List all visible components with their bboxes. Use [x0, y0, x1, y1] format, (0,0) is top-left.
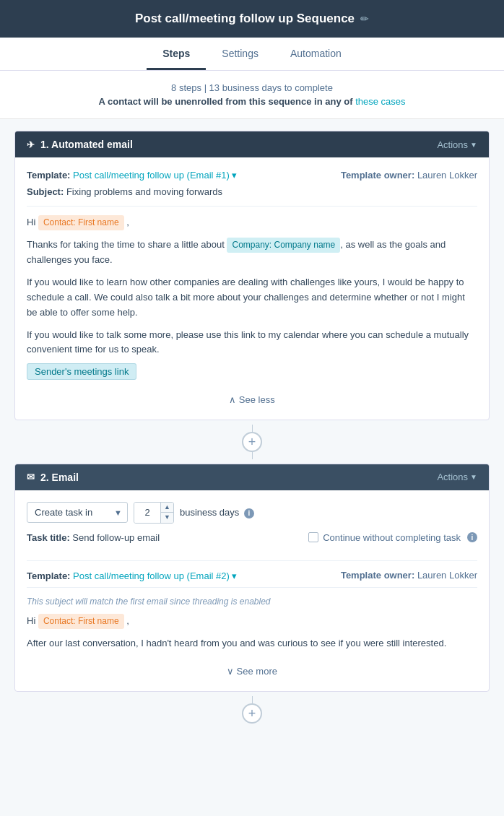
- step2-card: ✉ 2. Email Actions ▼ Create task in Send…: [14, 464, 490, 692]
- task-type-select[interactable]: Create task in Send email in Make a call…: [27, 502, 128, 523]
- step1-actions-caret: ▼: [470, 141, 477, 149]
- step2-template-bold: Template:: [27, 570, 70, 581]
- continue-without-info-icon[interactable]: i: [467, 532, 477, 542]
- step2-email-body: Hi Contact: First name , After our last …: [27, 614, 477, 651]
- step2-contact-token: Contact: First name: [38, 614, 124, 629]
- step1-body: Template: Post call/meeting follow up (E…: [15, 157, 489, 420]
- step2-template-link[interactable]: Post call/meeting follow up (Email #2) ▾: [73, 570, 237, 581]
- step1-subject-value: Fixing problems and moving forwards: [66, 186, 222, 197]
- email-icon: ✈: [27, 139, 35, 150]
- step2-actions-label: Actions: [437, 472, 468, 482]
- step1-template-bold: Template:: [27, 170, 70, 181]
- tab-steps[interactable]: Steps: [147, 38, 206, 70]
- step1-email-body: Hi Contact: First name , Thanks for taki…: [27, 215, 477, 380]
- plus-connector-1: +: [242, 420, 262, 464]
- tab-settings[interactable]: Settings: [206, 38, 274, 70]
- tabs-bar: Steps Settings Automation: [0, 38, 504, 71]
- info-bar: 8 steps | 13 business days to complete A…: [0, 71, 504, 119]
- step1-meetings-token-wrapper: Sender's meetings link: [27, 365, 477, 380]
- step1-body-p3: If you would like to talk some more, ple…: [27, 328, 477, 358]
- step1-template-link[interactable]: Post call/meeting follow up (Email #1) ▾: [73, 170, 237, 181]
- add-step-button-1[interactable]: +: [242, 432, 262, 452]
- step1-meetings-token: Sender's meetings link: [27, 363, 136, 380]
- step1-body-p1-before: Thanks for taking the time to share a li…: [27, 239, 227, 250]
- step1-template-row: Template: Post call/meeting follow up (E…: [27, 169, 477, 181]
- step2-email-icon: ✉: [27, 472, 35, 482]
- step1-hi-text: Hi: [27, 217, 35, 227]
- task-title-label: Task title:: [27, 532, 70, 543]
- task-select-wrapper: Create task in Send email in Make a call…: [27, 502, 128, 523]
- task-number-arrows: ▲ ▼: [160, 503, 173, 523]
- step2-greeting-line: Hi Contact: First name ,: [27, 614, 477, 629]
- step2-template-left: Template: Post call/meeting follow up (E…: [27, 570, 237, 581]
- step1-actions-label: Actions: [437, 139, 468, 150]
- task-number-up-button[interactable]: ▲: [161, 503, 173, 513]
- task-controls: Create task in Send email in Make a call…: [27, 502, 477, 524]
- step1-actions-button[interactable]: Actions ▼: [437, 139, 477, 150]
- task-number-input[interactable]: [134, 503, 160, 523]
- task-title-row: Task title: Send follow-up email Continu…: [27, 532, 477, 552]
- step2-label: 2. Email: [40, 472, 79, 483]
- step2-divider2: [27, 587, 477, 588]
- business-days-info-icon[interactable]: i: [244, 508, 254, 518]
- step1-header: ✈ 1. Automated email Actions ▼: [15, 131, 489, 157]
- step2-template-label: Template:: [27, 570, 73, 581]
- step2-template-row: Template: Post call/meeting follow up (E…: [27, 570, 477, 581]
- steps-count-label: 8 steps | 13 business days to complete: [171, 82, 333, 93]
- task-title-left: Task title: Send follow-up email: [27, 532, 160, 543]
- step1-greeting-line: Hi Contact: First name ,: [27, 215, 477, 230]
- step1-subject-row: Subject: Fixing problems and moving forw…: [27, 186, 477, 207]
- step2-template-owner: Template owner: Lauren Lokker: [341, 570, 477, 581]
- unenroll-info: A contact will be unenrolled from this s…: [14, 96, 490, 107]
- step1-body-p2: If you would like to learn how other com…: [27, 275, 477, 320]
- step2-threading-note: This subject will match the first email …: [27, 596, 477, 607]
- plus-connector-2: +: [242, 692, 262, 728]
- step2-body: Create task in Send email in Make a call…: [15, 490, 489, 691]
- step2-hi-text: Hi: [27, 615, 35, 626]
- step2-header-left: ✉ 2. Email: [27, 472, 79, 483]
- step1-template-left: Template: Post call/meeting follow up (E…: [27, 169, 237, 181]
- step2-body-p1: After our last conversation, I hadn't he…: [27, 636, 477, 651]
- page-title: Post call/meeting follow up Sequence: [135, 12, 355, 26]
- step1-header-left: ✈ 1. Automated email: [27, 139, 133, 150]
- step2-owner-label: Template owner:: [341, 570, 414, 581]
- unenroll-text-prefix: A contact will be unenrolled from this s…: [98, 96, 355, 107]
- step1-body-p1: Thanks for taking the time to share a li…: [27, 238, 477, 268]
- tab-automation[interactable]: Automation: [274, 38, 357, 70]
- these-cases-link[interactable]: these cases: [355, 96, 405, 107]
- step1-see-less[interactable]: ∧ See less: [27, 387, 477, 408]
- connector-line-top: [252, 425, 253, 432]
- task-title-right: Continue without completing task i: [308, 532, 477, 543]
- step1-template-label: Template:: [27, 170, 73, 181]
- step2-owner-name: Lauren Lokker: [417, 570, 477, 581]
- step2-header: ✉ 2. Email Actions ▼: [15, 464, 489, 490]
- step2-divider: [27, 560, 477, 561]
- task-number-wrapper: ▲ ▼: [134, 502, 174, 524]
- continue-without-label: Continue without completing task: [323, 532, 461, 543]
- step1-owner-name: Lauren Lokker: [417, 170, 477, 181]
- step1-label: 1. Automated email: [40, 139, 133, 150]
- step2-actions-button[interactable]: Actions ▼: [437, 472, 477, 482]
- step1-company-token: Company: Company name: [227, 238, 340, 253]
- top-header: Post call/meeting follow up Sequence ✏: [0, 0, 504, 38]
- step1-subject-label: Subject:: [27, 186, 64, 197]
- step2-see-more[interactable]: ∨ See more: [27, 659, 477, 680]
- step1-template-owner: Template owner: Lauren Lokker: [341, 170, 477, 181]
- connector-line-bottom-top: [252, 696, 253, 703]
- add-step-button-2[interactable]: +: [242, 703, 262, 724]
- business-days-label: business days i: [180, 507, 254, 518]
- step1-contact-token: Contact: First name: [38, 215, 124, 230]
- main-content: ✈ 1. Automated email Actions ▼ Template:…: [0, 119, 504, 739]
- edit-icon[interactable]: ✏: [360, 13, 369, 25]
- step1-owner-label: Template owner:: [341, 170, 414, 181]
- task-title-value: Send follow-up email: [72, 532, 160, 543]
- step2-actions-caret: ▼: [470, 473, 477, 481]
- connector-line-bottom: [252, 452, 253, 459]
- steps-info: 8 steps | 13 business days to complete: [14, 82, 490, 93]
- step1-card: ✈ 1. Automated email Actions ▼ Template:…: [14, 131, 490, 420]
- task-number-down-button[interactable]: ▼: [161, 513, 173, 523]
- continue-without-checkbox[interactable]: [308, 532, 318, 542]
